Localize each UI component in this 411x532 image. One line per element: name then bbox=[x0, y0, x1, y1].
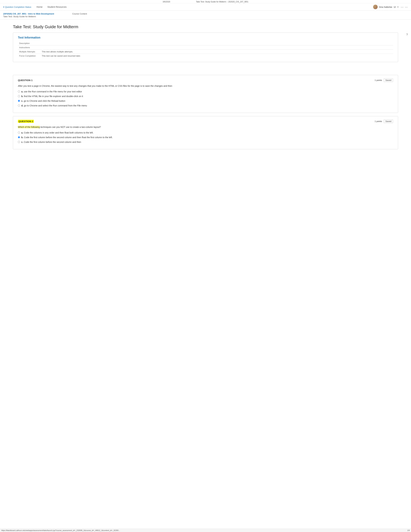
question-1-option-c: c. go to Chrome and click the Reload but… bbox=[18, 99, 393, 103]
question-1-label-a: a. use the Run command in the File menu … bbox=[21, 90, 82, 93]
question-1-meta: 1 points Saved bbox=[375, 78, 393, 82]
spacer bbox=[13, 65, 398, 75]
question-2-radio-b[interactable] bbox=[18, 136, 20, 138]
question-1-text: After you test a page in Chrome, the eas… bbox=[18, 84, 393, 88]
avatar-image bbox=[373, 5, 378, 9]
question-2-option-b: b. Code the first column before the seco… bbox=[18, 136, 393, 139]
main-content: Test Information Description Instruction… bbox=[0, 31, 411, 159]
info-row-instructions: Instructions bbox=[18, 46, 393, 50]
question-2-label-b: b. Code the first column before the seco… bbox=[21, 136, 113, 139]
question-2-meta: 1 points Saved bbox=[375, 119, 393, 123]
question-1-points: 1 points bbox=[375, 79, 382, 81]
question-1-radio-b[interactable] bbox=[18, 95, 20, 97]
info-row-multiple-attempts: Multiple Attempts This test allows multi… bbox=[18, 50, 393, 54]
top-bar-right: Gina Satterlee 12 ▼ — — bbox=[373, 5, 408, 9]
question-2-label-a: a. Code the columns in any order and the… bbox=[21, 131, 93, 134]
info-label-instructions: Instructions bbox=[18, 46, 40, 50]
breadcrumb-course-link[interactable]: (SP2020) CIS_207_W01 - Intro to Web Deve… bbox=[3, 13, 54, 15]
chevron-icon: ▾ bbox=[3, 6, 4, 8]
date-text: 3/6/2020 bbox=[163, 1, 170, 3]
info-value-instructions bbox=[40, 46, 393, 50]
test-information-box: Test Information Description Instruction… bbox=[13, 33, 398, 62]
date-bar: 3/6/2020 Take Test: Study Guide for Midt… bbox=[0, 0, 411, 3]
nav-student-resources[interactable]: Student Resources bbox=[47, 6, 66, 8]
question-1-label-d: d. go to Chrome and select the Run comma… bbox=[21, 104, 87, 107]
info-value-force-completion: This test can be saved and resumed later… bbox=[40, 54, 393, 58]
top-bar: ▾ Question Completion Status: Home Stude… bbox=[0, 3, 411, 11]
breadcrumb-current-page: Take Test: Study Guide for Midterm bbox=[3, 15, 36, 18]
question-1-number: QUESTION 1 bbox=[18, 79, 33, 82]
breadcrumb-separator bbox=[55, 13, 71, 15]
user-count: 12 bbox=[394, 6, 396, 8]
info-row-force-completion: Force Completion This test can be saved … bbox=[18, 54, 393, 58]
user-name: Gina Satterlee bbox=[379, 6, 392, 8]
info-label-force-completion: Force Completion bbox=[18, 54, 40, 58]
breadcrumb-sub: Take Test: Study Guide for Midterm bbox=[0, 15, 411, 19]
info-label-multiple-attempts: Multiple Attempts bbox=[18, 50, 40, 54]
question-1-status: Saved bbox=[383, 78, 393, 82]
question-2-points: 1 points bbox=[375, 120, 382, 123]
user-dropdown-arrow[interactable]: ▼ bbox=[397, 6, 399, 8]
question-2-text: Which of the following techniques can yo… bbox=[18, 125, 393, 129]
question-completion-label: Question Completion Status: bbox=[5, 6, 32, 8]
question-1-label-b: b. find the HTML file in your file explo… bbox=[21, 95, 83, 98]
question-2-number: QUESTION 2 bbox=[18, 120, 34, 123]
top-bar-left: ▾ Question Completion Status: Home Stude… bbox=[3, 6, 66, 8]
info-value-multiple-attempts: This test allows multiple attempts. bbox=[40, 50, 393, 54]
question-1-radio-c[interactable] bbox=[18, 100, 20, 102]
question-1-options: a. use the Run command in the File menu … bbox=[18, 90, 393, 107]
info-label-description: Description bbox=[18, 41, 40, 46]
question-2-highlight: Which of the following bbox=[18, 126, 40, 128]
test-info-title: Test Information bbox=[18, 36, 393, 39]
avatar bbox=[373, 5, 378, 9]
question-1-option-a: a. use the Run command in the File menu … bbox=[18, 90, 393, 93]
question-completion-status[interactable]: ▾ Question Completion Status: bbox=[3, 6, 32, 8]
question-2-options: a. Code the columns in any order and the… bbox=[18, 131, 393, 144]
question-1-box: QUESTION 1 1 points Saved After you test… bbox=[13, 75, 398, 113]
dash-icon2: — bbox=[405, 5, 408, 9]
question-1-option-b: b. find the HTML file in your file explo… bbox=[18, 95, 393, 98]
question-2-radio-c[interactable] bbox=[18, 141, 20, 143]
question-1-label-c: c. go to Chrome and click the Reload but… bbox=[21, 99, 65, 103]
question-2-status: Saved bbox=[383, 119, 393, 123]
question-1-radio-d[interactable] bbox=[18, 104, 20, 106]
dash-icon: — bbox=[401, 5, 404, 9]
nav-home[interactable]: Home bbox=[37, 6, 42, 8]
question-2-box: QUESTION 2 1 points Saved Which of the f… bbox=[13, 116, 398, 149]
breadcrumb: (SP2020) CIS_207_W01 - Intro to Web Deve… bbox=[0, 11, 411, 15]
question-1-option-d: d. go to Chrome and select the Run comma… bbox=[18, 104, 393, 107]
question-2-option-a: a. Code the columns in any order and the… bbox=[18, 131, 393, 134]
question-1-radio-a[interactable] bbox=[18, 90, 20, 93]
breadcrumb-course-content: Course Content bbox=[72, 13, 87, 15]
question-2-label-c: c. Code the first column before the seco… bbox=[21, 140, 81, 144]
info-value-description bbox=[40, 41, 393, 46]
page-title-bar: Take Test: Study Guide for Midterm – 202… bbox=[196, 1, 248, 3]
question-2-text-rest: techniques can you NOT use to create a t… bbox=[40, 126, 101, 128]
question-2-header: QUESTION 2 1 points Saved bbox=[18, 119, 393, 123]
test-info-table: Description Instructions Multiple Attemp… bbox=[18, 41, 393, 58]
page-title: Take Test: Study Guide for Midterm bbox=[0, 21, 411, 31]
question-1-header: QUESTION 1 1 points Saved bbox=[18, 78, 393, 82]
question-2-option-c: c. Code the first column before the seco… bbox=[18, 140, 393, 144]
question-2-radio-a[interactable] bbox=[18, 132, 20, 134]
info-row-description: Description bbox=[18, 41, 393, 46]
